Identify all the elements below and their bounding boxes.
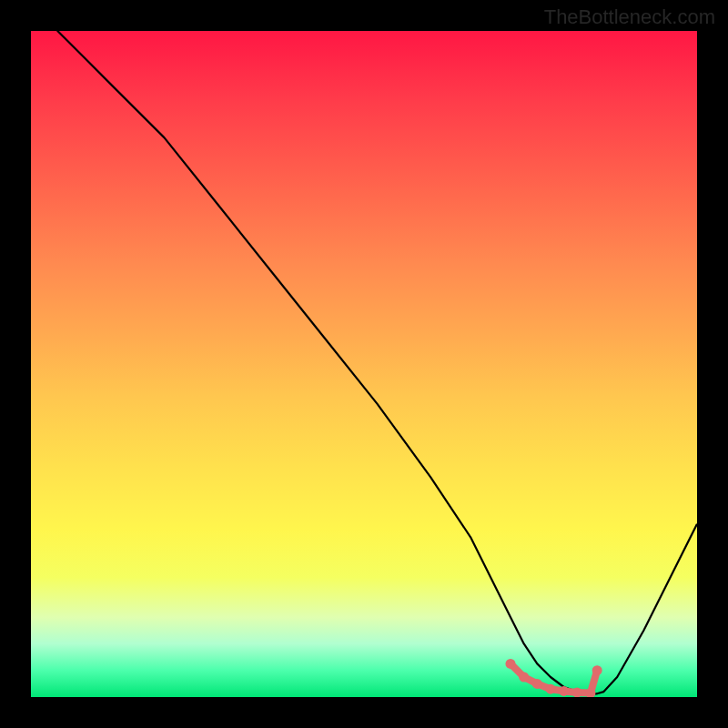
- svg-point-0: [506, 659, 516, 669]
- watermark-text: TheBottleneck.com: [544, 5, 715, 29]
- curve-line: [31, 31, 697, 693]
- svg-point-7: [592, 665, 602, 675]
- svg-point-4: [559, 686, 569, 696]
- chart-plot-area: [31, 31, 697, 697]
- svg-point-3: [546, 684, 556, 694]
- svg-point-2: [532, 679, 542, 689]
- chart-svg: [31, 31, 697, 697]
- svg-point-5: [572, 687, 582, 697]
- svg-point-1: [519, 672, 529, 682]
- marker-points: [506, 659, 602, 697]
